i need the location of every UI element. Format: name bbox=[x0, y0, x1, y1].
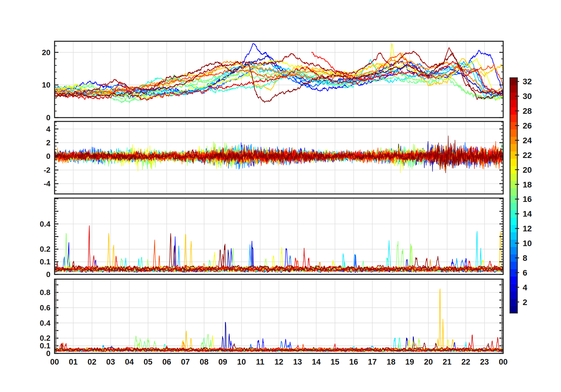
svg-text:14: 14 bbox=[523, 209, 532, 218]
svg-text:15: 15 bbox=[331, 358, 339, 366]
svg-text:8: 8 bbox=[523, 253, 527, 263]
svg-text:00: 00 bbox=[499, 358, 508, 366]
svg-text:0.8: 0.8 bbox=[40, 288, 50, 297]
svg-text:14: 14 bbox=[312, 358, 321, 366]
svg-text:00: 00 bbox=[50, 358, 59, 366]
svg-text:17: 17 bbox=[368, 358, 377, 366]
svg-text:01: 01 bbox=[69, 358, 78, 366]
svg-text:06: 06 bbox=[162, 358, 171, 366]
svg-text:0.2: 0.2 bbox=[40, 245, 50, 253]
svg-text:32: 32 bbox=[523, 77, 532, 86]
svg-text:0.2: 0.2 bbox=[40, 334, 50, 342]
svg-text:22: 22 bbox=[461, 358, 470, 366]
svg-text:21: 21 bbox=[443, 358, 452, 366]
svg-text:24: 24 bbox=[523, 136, 532, 145]
svg-text:0.1: 0.1 bbox=[40, 341, 50, 350]
svg-text:0: 0 bbox=[46, 152, 50, 161]
svg-text:4: 4 bbox=[46, 125, 51, 134]
svg-text:02: 02 bbox=[88, 358, 96, 366]
svg-text:05: 05 bbox=[144, 358, 152, 366]
svg-text:2: 2 bbox=[523, 298, 527, 307]
svg-text:23: 23 bbox=[480, 358, 489, 366]
svg-text:18: 18 bbox=[523, 180, 532, 189]
svg-text:16: 16 bbox=[349, 358, 358, 366]
svg-text:20: 20 bbox=[523, 165, 532, 174]
gps-ionosphere-figure: 20221010-UiB-KHO-GPS VTEC[TECU] ROT [TEC… bbox=[0, 0, 561, 392]
svg-text:07: 07 bbox=[181, 358, 190, 366]
svg-text:12: 12 bbox=[523, 224, 532, 233]
svg-text:10: 10 bbox=[523, 239, 532, 248]
svg-text:22: 22 bbox=[523, 151, 532, 160]
svg-text:20: 20 bbox=[42, 48, 50, 57]
svg-text:0: 0 bbox=[46, 270, 50, 279]
svg-text:4: 4 bbox=[523, 283, 527, 292]
svg-text:09: 09 bbox=[218, 358, 227, 366]
svg-text:0: 0 bbox=[46, 349, 50, 358]
svg-text:10: 10 bbox=[42, 80, 50, 89]
svg-text:18: 18 bbox=[387, 358, 396, 366]
svg-text:03: 03 bbox=[106, 358, 115, 366]
svg-text:0: 0 bbox=[46, 113, 50, 122]
svg-text:26: 26 bbox=[523, 121, 532, 130]
svg-text:08: 08 bbox=[200, 358, 209, 366]
svg-text:0.6: 0.6 bbox=[40, 303, 50, 312]
svg-text:-4: -4 bbox=[44, 179, 51, 188]
svg-text:2: 2 bbox=[46, 138, 50, 147]
svg-text:10: 10 bbox=[237, 358, 246, 366]
svg-text:30: 30 bbox=[523, 92, 532, 101]
chart-canvas: 01020-4-202400.10.20.400.10.20.40.60.800… bbox=[0, 0, 561, 392]
svg-text:12: 12 bbox=[274, 358, 283, 366]
svg-text:11: 11 bbox=[256, 358, 265, 366]
svg-text:0.1: 0.1 bbox=[40, 257, 50, 266]
svg-text:0.4: 0.4 bbox=[40, 220, 51, 228]
svg-text:04: 04 bbox=[125, 358, 134, 366]
svg-text:0.4: 0.4 bbox=[40, 319, 51, 327]
svg-text:19: 19 bbox=[405, 358, 414, 366]
svg-text:28: 28 bbox=[523, 106, 532, 116]
svg-text:16: 16 bbox=[523, 195, 532, 204]
svg-text:13: 13 bbox=[293, 358, 302, 366]
svg-text:6: 6 bbox=[523, 268, 527, 277]
svg-text:-2: -2 bbox=[44, 166, 50, 174]
svg-text:20: 20 bbox=[424, 358, 433, 366]
